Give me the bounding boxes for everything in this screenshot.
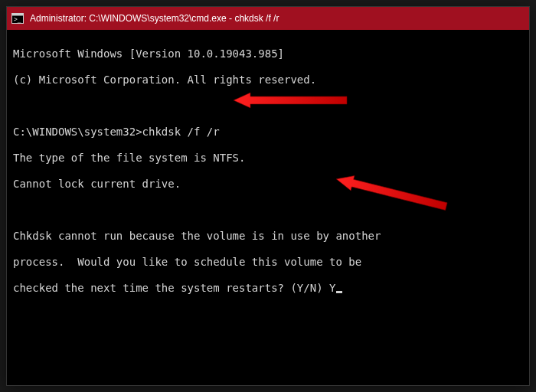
blank-line — [13, 204, 523, 217]
output-line: Chkdsk cannot run because the volume is … — [13, 230, 523, 243]
user-input: Y — [329, 282, 335, 294]
terminal-content[interactable]: Microsoft Windows [Version 10.0.19043.98… — [7, 30, 529, 377]
titlebar[interactable]: >_ Administrator: C:\WINDOWS\system32\cm… — [7, 7, 529, 30]
banner-line: (c) Microsoft Corporation. All rights re… — [13, 74, 523, 87]
command-line: C:\WINDOWS\system32>chkdsk /f /r — [13, 126, 523, 139]
typed-command: chkdsk /f /r — [142, 126, 220, 138]
svg-text:>_: >_ — [14, 16, 21, 23]
confirm-prompt: checked the next time the system restart… — [13, 282, 329, 294]
output-line: Cannot lock current drive. — [13, 178, 523, 191]
cursor — [336, 291, 342, 293]
cmd-window: >_ Administrator: C:\WINDOWS\system32\cm… — [6, 6, 530, 386]
confirm-prompt-line: checked the next time the system restart… — [13, 282, 523, 295]
banner-line: Microsoft Windows [Version 10.0.19043.98… — [13, 47, 523, 60]
cmd-icon: >_ — [11, 12, 24, 24]
output-line: The type of the file system is NTFS. — [13, 152, 523, 165]
output-line: process. Would you like to schedule this… — [13, 256, 523, 269]
prompt: C:\WINDOWS\system32> — [13, 126, 142, 138]
window-title: Administrator: C:\WINDOWS\system32\cmd.e… — [30, 13, 525, 24]
blank-line — [13, 100, 523, 113]
